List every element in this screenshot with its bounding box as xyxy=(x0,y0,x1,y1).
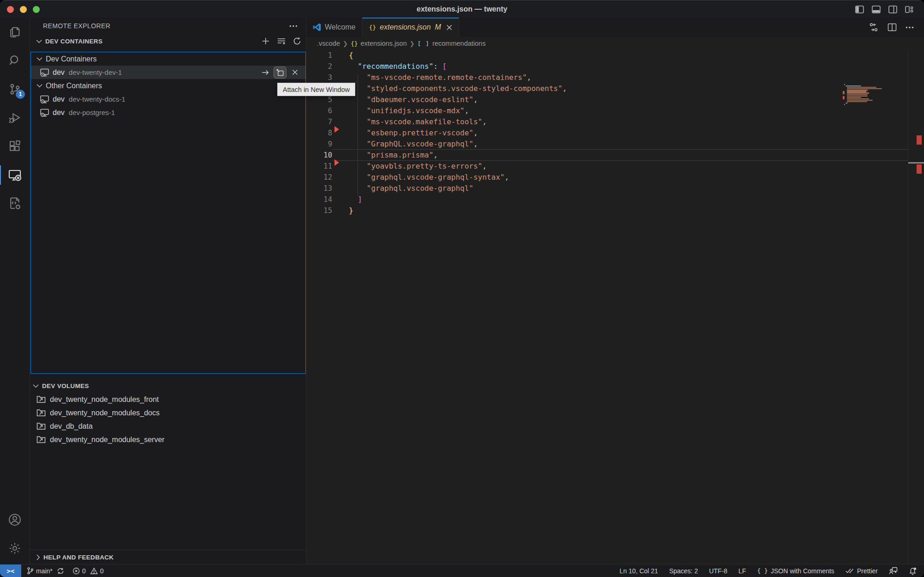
branch-status-item[interactable]: main* xyxy=(27,567,64,575)
volume-row[interactable]: dev_twenty_node_modules_front xyxy=(30,393,306,406)
tab-extensions-json[interactable]: {} extensions.json M xyxy=(362,18,459,37)
status-item-utf-8[interactable]: UTF-8 xyxy=(709,567,728,575)
overview-ruler[interactable] xyxy=(908,50,924,565)
chevron-down-icon xyxy=(36,84,43,88)
sidebar-more-actions-icon[interactable] xyxy=(289,25,298,27)
minimap-marker-red xyxy=(843,91,845,94)
sync-icon[interactable] xyxy=(57,567,64,575)
minimap-line xyxy=(847,97,861,98)
feedback-button[interactable] xyxy=(889,567,898,575)
container-row[interactable]: devdev-twenty-dev-1 xyxy=(31,66,305,79)
close-tab-icon[interactable] xyxy=(446,24,452,30)
tree-group-dev-containers[interactable]: Dev Containers xyxy=(31,52,305,66)
containers-config-icon xyxy=(8,197,22,211)
dev-volumes-section: DEV VOLUMES dev_twenty_node_modules_fron… xyxy=(30,379,306,446)
status-item-spaces-2[interactable]: Spaces: 2 xyxy=(669,567,698,575)
remote-icon: >< xyxy=(7,567,15,575)
breadcrumb-item[interactable]: .vscode xyxy=(317,40,340,47)
tab-bar: Welcome {} extensions.json M xyxy=(306,18,924,37)
gutter-marker-arrow-icon xyxy=(334,159,339,166)
volume-name: dev_twenty_node_modules_docs xyxy=(50,409,160,417)
zoom-window-button[interactable] xyxy=(33,6,40,13)
status-item-lf[interactable]: LF xyxy=(738,567,746,575)
minimap-line xyxy=(847,92,869,93)
errors-icon xyxy=(73,567,80,575)
sidebar-item-search[interactable] xyxy=(0,46,30,75)
sidebar-item-source-control[interactable]: 1 xyxy=(0,75,30,103)
accounts-button[interactable] xyxy=(0,505,30,534)
line-number: 14 xyxy=(306,194,332,205)
attach-container-button[interactable] xyxy=(259,67,271,78)
section-help-and-feedback[interactable]: HELP AND FEEDBACK xyxy=(30,550,306,565)
status-item-ln-10-col-21[interactable]: Ln 10, Col 21 xyxy=(620,567,658,575)
problems-status-item[interactable]: 0 0 xyxy=(73,567,104,575)
split-editor-icon[interactable] xyxy=(888,23,897,32)
code-editor[interactable]: 1{2 "recommendations": [3 "ms-vscode-rem… xyxy=(306,50,924,565)
source-control-badge: 1 xyxy=(16,90,25,99)
tree-group-other-containers[interactable]: Other Containers xyxy=(31,79,305,92)
braces-icon: { } xyxy=(757,567,768,574)
container-name: dev xyxy=(53,95,65,103)
line-number: 3 xyxy=(306,72,332,83)
minimap-line xyxy=(847,98,869,99)
customize-layout-icon[interactable] xyxy=(905,6,914,13)
minimap-line xyxy=(844,84,845,85)
container-row[interactable]: devdev-twenty-docs-1 xyxy=(31,92,305,106)
line-number: 10 xyxy=(306,150,332,161)
volume-row[interactable]: dev_twenty_node_modules_server xyxy=(30,433,306,446)
sidebar-item-containers-config[interactable] xyxy=(0,189,30,218)
line-number: 12 xyxy=(306,172,332,183)
close-window-button[interactable] xyxy=(7,6,14,13)
code-line: 12 "graphql.vscode-graphql-syntax", xyxy=(306,172,924,183)
section-dev-containers[interactable]: DEV CONTAINERS xyxy=(30,34,306,48)
minimap[interactable] xyxy=(843,84,907,105)
section-dev-volumes[interactable]: DEV VOLUMES xyxy=(30,379,306,393)
volume-name: dev_twenty_node_modules_server xyxy=(50,436,164,444)
open-changes-icon[interactable] xyxy=(869,22,879,32)
stop-container-button[interactable] xyxy=(289,67,301,78)
volume-icon xyxy=(36,395,46,403)
code-text: "ms-vscode.makefile-tools", xyxy=(349,116,487,128)
minimap-line xyxy=(847,88,882,89)
toggle-primary-sidebar-icon[interactable] xyxy=(855,6,864,13)
attach-new-window-button[interactable] xyxy=(274,67,286,78)
status-item-prettier[interactable]: Prettier xyxy=(845,567,878,575)
status-item-json-with-comments[interactable]: { }JSON with Comments xyxy=(757,567,834,575)
container-description: dev-twenty-docs-1 xyxy=(69,95,126,103)
sidebar-item-run-debug[interactable] xyxy=(0,103,30,132)
json-braces-icon: {} xyxy=(369,24,376,31)
clear-list-icon[interactable] xyxy=(277,37,286,45)
volume-row[interactable]: dev_twenty_node_modules_docs xyxy=(30,406,306,419)
breadcrumb-item[interactable]: extensions.json xyxy=(361,40,407,47)
line-number: 6 xyxy=(306,105,332,116)
toggle-secondary-sidebar-icon[interactable] xyxy=(888,6,897,13)
minimize-window-button[interactable] xyxy=(20,6,27,13)
settings-button[interactable] xyxy=(0,534,30,563)
more-actions-icon[interactable] xyxy=(906,26,914,29)
code-line: 15} xyxy=(306,205,924,216)
add-container-icon[interactable] xyxy=(261,37,270,45)
toggle-panel-icon[interactable] xyxy=(872,6,881,13)
errors-count: 0 xyxy=(82,567,86,575)
run-and-debug-icon xyxy=(8,111,22,125)
code-text: { xyxy=(349,50,353,61)
minimap-line xyxy=(847,94,868,95)
sidebar-item-extensions[interactable] xyxy=(0,132,30,161)
sidebar-item-remote-explorer[interactable] xyxy=(0,161,30,189)
tree-group-label: Dev Containers xyxy=(46,55,97,63)
tab-welcome[interactable]: Welcome xyxy=(306,18,362,37)
refresh-icon[interactable] xyxy=(293,37,301,45)
code-text: "ms-vscode-remote.remote-containers", xyxy=(349,72,531,83)
remote-indicator[interactable]: >< xyxy=(0,565,21,577)
container-row[interactable]: devdev-postgres-1 xyxy=(31,106,305,119)
notifications-button[interactable] xyxy=(909,567,917,575)
tooltip: Attach in New Window xyxy=(277,83,355,96)
volume-row[interactable]: dev_db_data xyxy=(30,419,306,433)
line-number: 11 xyxy=(306,161,332,172)
sidebar-item-explorer[interactable] xyxy=(0,18,30,46)
volume-icon xyxy=(36,436,46,443)
line-number: 1 xyxy=(306,50,332,61)
breadcrumb-item[interactable]: recommendations xyxy=(432,40,486,47)
container-description: dev-postgres-1 xyxy=(69,109,115,116)
container-row-actions xyxy=(259,67,301,78)
